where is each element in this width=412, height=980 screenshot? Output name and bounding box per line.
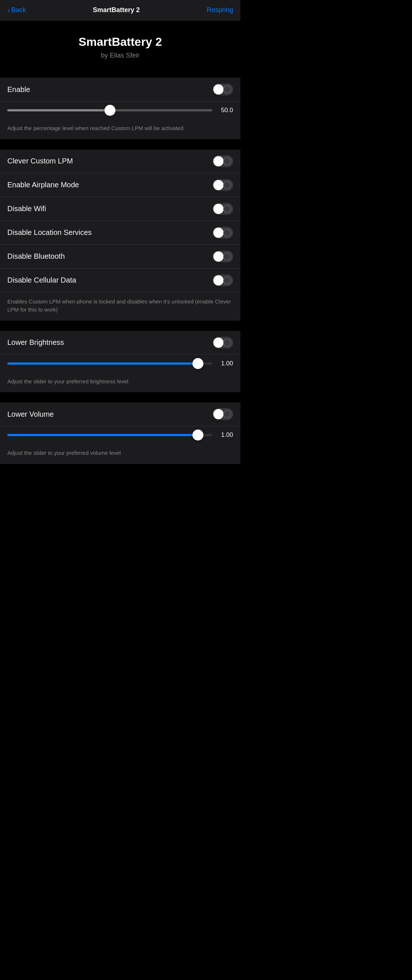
enable-airplane-mode-row: Enable Airplane Mode bbox=[0, 173, 240, 197]
enable-airplane-mode-outline bbox=[223, 181, 231, 189]
volume-slider-thumb[interactable] bbox=[192, 430, 204, 441]
volume-group: Lower Volume 1.00 Adjust the slider to y… bbox=[0, 402, 240, 464]
disable-cellular-toggle[interactable] bbox=[213, 275, 233, 286]
brightness-slider-thumb[interactable] bbox=[192, 358, 204, 369]
lower-volume-outline bbox=[223, 410, 231, 418]
volume-description: Adjust the slider to your preferred volu… bbox=[7, 450, 121, 456]
disable-bluetooth-thumb bbox=[213, 251, 224, 262]
volume-description-row: Adjust the slider to your preferred volu… bbox=[0, 444, 240, 464]
disable-wifi-label: Disable Wifi bbox=[7, 205, 46, 213]
back-button[interactable]: ‹ Back bbox=[7, 6, 26, 14]
clever-custom-lpm-thumb bbox=[213, 156, 224, 166]
nav-title: SmartBattery 2 bbox=[93, 6, 140, 14]
disable-location-track bbox=[213, 227, 233, 239]
lower-brightness-outline bbox=[223, 339, 231, 347]
lower-brightness-label: Lower Brightness bbox=[7, 338, 64, 347]
clever-custom-lpm-track bbox=[213, 155, 233, 167]
disable-wifi-thumb bbox=[213, 204, 224, 214]
disable-bluetooth-track bbox=[213, 251, 233, 262]
back-chevron-icon: ‹ bbox=[7, 6, 10, 14]
volume-slider-track[interactable] bbox=[7, 434, 212, 436]
enable-toggle-outline bbox=[223, 85, 231, 94]
clever-custom-lpm-outline bbox=[223, 157, 231, 165]
separator-1 bbox=[0, 139, 240, 150]
brightness-group: Lower Brightness 1.00 Adjust the slider … bbox=[0, 331, 240, 393]
lower-brightness-thumb bbox=[213, 337, 224, 348]
app-subtitle: by Elias Sfeir bbox=[7, 52, 233, 59]
brightness-slider-container: 1.00 bbox=[7, 360, 233, 367]
brightness-slider-fill bbox=[7, 363, 198, 365]
clever-custom-lpm-toggle[interactable] bbox=[213, 155, 233, 167]
disable-cellular-outline bbox=[223, 276, 231, 285]
brightness-slider-track[interactable] bbox=[7, 363, 212, 365]
disable-wifi-track bbox=[213, 203, 233, 215]
enable-airplane-mode-thumb bbox=[213, 180, 224, 190]
volume-slider-row: 1.00 bbox=[0, 426, 240, 444]
brightness-description: Adjust the slider to your preferred brig… bbox=[7, 378, 128, 385]
enable-description-row: Adjust the percentage level when reached… bbox=[0, 119, 240, 139]
disable-cellular-label: Disable Cellular Data bbox=[7, 276, 76, 285]
volume-slider-container: 1.00 bbox=[7, 431, 233, 439]
enable-slider-row: 50.0 bbox=[0, 102, 240, 119]
navigation-bar: ‹ Back SmartBattery 2 Respring bbox=[0, 0, 240, 21]
enable-label: Enable bbox=[7, 85, 30, 94]
lower-volume-label: Lower Volume bbox=[7, 410, 54, 418]
lower-brightness-track bbox=[213, 337, 233, 348]
lower-volume-row: Lower Volume bbox=[0, 402, 240, 426]
enable-airplane-mode-toggle[interactable] bbox=[213, 179, 233, 191]
lower-volume-toggle[interactable] bbox=[213, 408, 233, 420]
disable-location-toggle[interactable] bbox=[213, 227, 233, 239]
enable-description: Adjust the percentage level when reached… bbox=[7, 125, 183, 131]
brightness-slider-value: 1.00 bbox=[216, 360, 233, 367]
volume-slider-value: 1.00 bbox=[216, 431, 233, 439]
enable-toggle-track bbox=[213, 84, 233, 95]
clever-lpm-description: Enables Custom LPM when phone is locked … bbox=[7, 298, 231, 313]
disable-location-row: Disable Location Services bbox=[0, 221, 240, 245]
brightness-description-row: Adjust the slider to your preferred brig… bbox=[0, 372, 240, 393]
lower-brightness-toggle[interactable] bbox=[213, 337, 233, 348]
separator-3 bbox=[0, 392, 240, 402]
disable-wifi-row: Disable Wifi bbox=[0, 197, 240, 221]
enable-slider-container: 50.0 bbox=[7, 107, 233, 114]
brightness-slider-row: 1.00 bbox=[0, 355, 240, 372]
enable-toggle[interactable] bbox=[213, 84, 233, 95]
disable-cellular-row: Disable Cellular Data bbox=[0, 269, 240, 292]
enable-group: Enable 50.0 Adjust the percentage level … bbox=[0, 78, 240, 139]
disable-location-outline bbox=[223, 229, 231, 237]
disable-wifi-outline bbox=[223, 205, 231, 213]
disable-cellular-track bbox=[213, 275, 233, 286]
lower-volume-thumb bbox=[213, 409, 224, 419]
enable-slider-fill bbox=[7, 109, 110, 111]
clever-custom-lpm-label: Clever Custom LPM bbox=[7, 157, 73, 165]
lower-volume-track bbox=[213, 408, 233, 420]
enable-slider-value: 50.0 bbox=[216, 107, 233, 114]
header-section: SmartBattery 2 by Elias Sfeir bbox=[0, 21, 240, 78]
separator-2 bbox=[0, 321, 240, 331]
disable-location-thumb bbox=[213, 228, 224, 238]
enable-airplane-mode-track bbox=[213, 179, 233, 191]
lower-brightness-row: Lower Brightness bbox=[0, 331, 240, 355]
app-title: SmartBattery 2 bbox=[7, 35, 233, 49]
disable-bluetooth-outline bbox=[223, 253, 231, 261]
enable-slider-track[interactable] bbox=[7, 109, 212, 111]
volume-slider-fill bbox=[7, 434, 198, 436]
disable-location-label: Disable Location Services bbox=[7, 228, 92, 237]
enable-airplane-mode-label: Enable Airplane Mode bbox=[7, 181, 79, 189]
disable-bluetooth-row: Disable Bluetooth bbox=[0, 245, 240, 269]
disable-cellular-thumb bbox=[213, 275, 224, 285]
disable-wifi-toggle[interactable] bbox=[213, 203, 233, 215]
lpm-group: Clever Custom LPM Enable Airplane Mode D… bbox=[0, 150, 240, 321]
enable-slider-thumb[interactable] bbox=[105, 105, 116, 116]
back-label: Back bbox=[11, 6, 26, 14]
disable-bluetooth-label: Disable Bluetooth bbox=[7, 252, 65, 261]
disable-bluetooth-toggle[interactable] bbox=[213, 251, 233, 262]
enable-row: Enable bbox=[0, 78, 240, 102]
respring-button[interactable]: Respring bbox=[207, 6, 233, 14]
clever-lpm-description-row: Enables Custom LPM when phone is locked … bbox=[0, 292, 240, 321]
enable-toggle-thumb bbox=[213, 84, 224, 95]
clever-custom-lpm-row: Clever Custom LPM bbox=[0, 150, 240, 173]
